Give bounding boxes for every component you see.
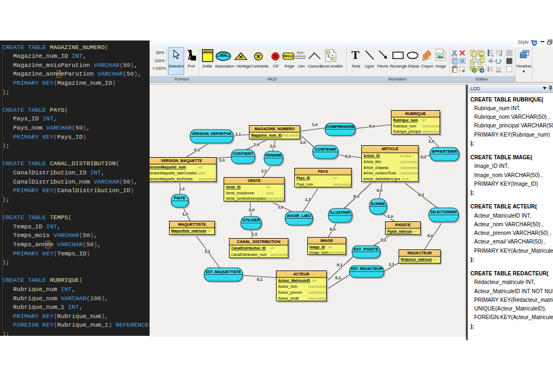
svg-text:VARCHAR(50): VARCHAR(50): [400, 160, 418, 164]
svg-text:1,n: 1,n: [254, 142, 260, 147]
svg-text:PAYS: PAYS: [318, 169, 328, 174]
svg-text:VARCHAR(50): VARCHAR(50): [308, 291, 326, 294]
svg-text:INT: INT: [328, 246, 333, 249]
svg-text:Pays_ID: Pays_ID: [296, 176, 311, 180]
svg-text:T: T: [352, 49, 360, 61]
svg-text:Acteur_email: Acteur_email: [278, 296, 299, 301]
svg-text:Article_chapeau: Article_chapeau: [363, 166, 389, 170]
svg-text:1,n: 1,n: [312, 122, 318, 127]
svg-text:U: U: [533, 41, 536, 45]
svg-text:ENTITE: ENTITE: [204, 50, 212, 53]
svg-text:UTILISER: UTILISER: [242, 218, 260, 222]
svg-text:ASSO: ASSO: [220, 53, 227, 56]
svg-text:1,n: 1,n: [249, 207, 255, 212]
svg-text:Vente_moisAnnee: Vente_moisAnnee: [226, 191, 254, 195]
svg-text:ACTEUR: ACTEUR: [293, 272, 310, 276]
svg-text:IMAGE: IMAGE: [320, 238, 333, 243]
svg-text:Rubrique_num: Rubrique_num: [393, 118, 418, 123]
svg-text:0,n: 0,n: [330, 227, 336, 232]
svg-text:Rédacteur_matricule: Rédacteur_matricule: [401, 258, 432, 261]
svg-text:VARCHAR(50): VARCHAR(50): [328, 251, 346, 254]
svg-text:VENDRE: VENDRE: [265, 153, 282, 158]
svg-text:Magazine_num_ID: Magazine_num_ID: [251, 133, 282, 138]
svg-text:DATE: DATE: [402, 178, 409, 181]
svg-text:MAQUETTISTE: MAQUETTISTE: [178, 222, 206, 227]
svg-text:Acteur_nom: Acteur_nom: [278, 285, 297, 289]
svg-text:CanalDistribution_nom: CanalDistribution_nom: [231, 253, 267, 257]
svg-text:INT: INT: [266, 186, 271, 189]
svg-text:AVOIR_LIEU: AVOIR_LIEU: [287, 213, 311, 218]
svg-text:Acteur_prenom: Acteur_prenom: [278, 290, 302, 295]
svg-text:VARCHAR(50): VARCHAR(50): [266, 197, 284, 200]
svg-text:0,1: 0,1: [337, 262, 342, 267]
svg-text:VARCHAR(50): VARCHAR(50): [308, 297, 326, 300]
svg-text:1,1: 1,1: [261, 168, 267, 173]
svg-text:0,1: 0,1: [257, 277, 262, 282]
svg-text:ECRIRE: ECRIRE: [371, 201, 385, 206]
svg-text:1,n: 1,n: [429, 139, 435, 144]
svg-text:Article_dateMisEnLigne: Article_dateMisEnLigne: [363, 177, 401, 181]
svg-text:SELECTIONNER: SELECTIONNER: [430, 209, 457, 214]
svg-text:INT: INT: [198, 166, 203, 169]
svg-text:ILLUSTRER: ILLUSTRER: [330, 210, 351, 215]
svg-text:Vente_nombreExemplaire: Vente_nombreExemplaire: [226, 197, 266, 201]
svg-text:0,1: 0,1: [194, 147, 200, 152]
svg-text:RUBRIQUE: RUBRIQUE: [405, 111, 426, 116]
svg-text:Vente_ID: Vente_ID: [226, 185, 241, 189]
svg-text:1,n: 1,n: [219, 158, 225, 163]
svg-text:Article_contenuTexte: Article_contenuTexte: [363, 171, 396, 175]
svg-text:COMPRENDRE: COMPRENDRE: [326, 124, 355, 129]
svg-text:1,1: 1,1: [252, 232, 257, 236]
svg-text:VERSION_MAQUETTE: VERSION_MAQUETTE: [161, 158, 203, 163]
svg-text:CanalDistribution_ID: CanalDistribution_ID: [231, 246, 266, 250]
svg-text:VARCHAR(50): VARCHAR(50): [400, 172, 418, 175]
svg-text:VARCHAR(50): VARCHAR(50): [270, 253, 288, 256]
svg-text:FAITE: FAITE: [174, 195, 185, 200]
svg-text:1,1: 1,1: [235, 132, 241, 137]
svg-text:VARCHAR(50): VARCHAR(50): [282, 134, 300, 137]
svg-text:INT: INT: [422, 119, 427, 122]
svg-text:VersionMaquette_num: VersionMaquette_num: [150, 165, 186, 170]
svg-text:VARCHAR(50): VARCHAR(50): [422, 125, 440, 128]
svg-text:Image_ID: Image_ID: [309, 245, 325, 249]
svg-text:VARCHAR(50): VARCHAR(50): [308, 285, 326, 288]
svg-text:CONTIENT: CONTIENT: [233, 151, 254, 156]
svg-text:1,n: 1,n: [300, 140, 306, 145]
svg-text:0,n: 0,n: [369, 124, 375, 129]
svg-text:EST_PIGISTE: EST_PIGISTE: [354, 247, 379, 252]
svg-text:INT: INT: [333, 177, 338, 180]
svg-text:0,n: 0,n: [354, 194, 360, 199]
svg-text:Maquettiste_matricule: Maquettiste_matricule: [171, 229, 206, 233]
svg-text:INT: INT: [207, 229, 212, 233]
svg-text:INT: INT: [312, 279, 317, 282]
svg-text:PIGISTE: PIGISTE: [395, 222, 411, 227]
svg-text:EST_REDACTEUR: EST_REDACTEUR: [351, 266, 383, 271]
svg-text:Article_ID: Article_ID: [363, 154, 380, 158]
svg-text:DATE: DATE: [198, 172, 206, 175]
svg-text:1,1: 1,1: [421, 154, 426, 159]
svg-text:0,n: 0,n: [377, 188, 383, 193]
svg-text:1,n: 1,n: [183, 212, 188, 217]
svg-text:CONTENIR: CONTENIR: [315, 147, 336, 152]
svg-text:VARCHAR(50): VARCHAR(50): [422, 130, 440, 133]
svg-text:VENTE: VENTE: [248, 178, 261, 183]
svg-text:Pigiste_matricule: Pigiste_matricule: [387, 229, 412, 234]
svg-text:VERSION_DEFINITIVE: VERSION_DEFINITIVE: [192, 131, 232, 136]
svg-text:VARCHAR(50): VARCHAR(50): [333, 183, 351, 186]
svg-text:1,n: 1,n: [270, 144, 276, 148]
svg-text:1,n: 1,n: [388, 214, 394, 219]
svg-text:−0,n−: −0,n−: [296, 51, 305, 55]
svg-text:ARTICLE: ARTICLE: [381, 146, 398, 151]
svg-text:1,1: 1,1: [205, 249, 210, 254]
svg-text:REGLE: REGLE: [284, 55, 293, 58]
svg-text:1,1: 1,1: [179, 186, 185, 191]
svg-text:REDACTEUR: REDACTEUR: [407, 251, 432, 255]
svg-text:MAGAZINE_NUMERO: MAGAZINE_NUMERO: [254, 126, 295, 131]
svg-text:1,1: 1,1: [389, 262, 394, 267]
svg-text:0,1: 0,1: [345, 154, 350, 159]
svg-text:VARCHAR(50): VARCHAR(50): [198, 178, 216, 181]
svg-text:1,1: 1,1: [305, 197, 311, 202]
svg-text:CANAL_DISTRIBUTION: CANAL_DISTRIBUTION: [237, 239, 280, 244]
svg-text:VersionMaquette_lienFichier: VersionMaquette_lienFichier: [150, 177, 193, 181]
svg-text:Article_titre: Article_titre: [363, 160, 381, 164]
